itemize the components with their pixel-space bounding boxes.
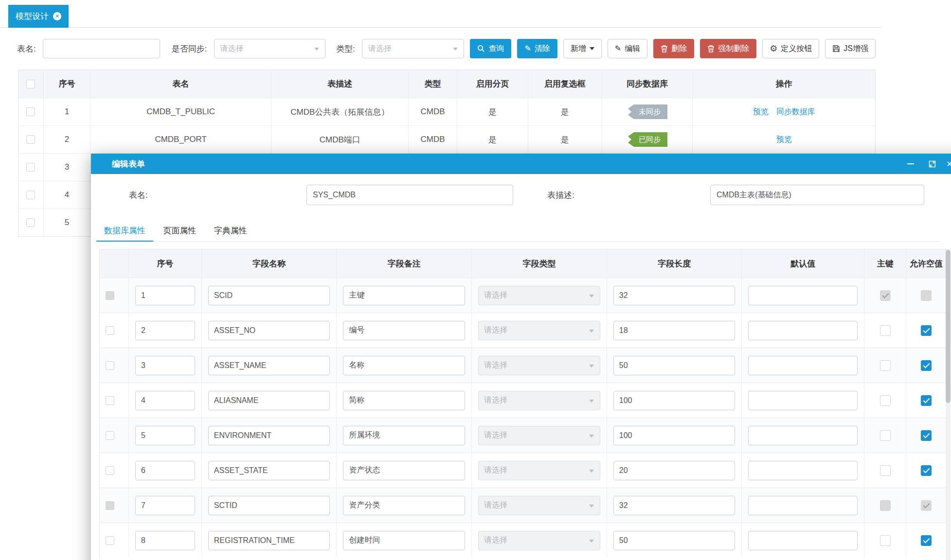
form-table-name-input[interactable] <box>306 185 513 205</box>
field-seq-input[interactable] <box>135 286 195 305</box>
field-length-input[interactable] <box>613 286 736 305</box>
row-checkbox[interactable] <box>26 191 35 199</box>
allow-null-checkbox[interactable] <box>921 535 932 546</box>
field-type-select[interactable]: 请选择 <box>478 496 600 515</box>
allow-null-checkbox[interactable] <box>921 360 932 371</box>
row-checkbox[interactable] <box>106 361 114 370</box>
field-remark-input[interactable] <box>343 531 465 550</box>
field-remark-input[interactable] <box>343 356 465 375</box>
action-link[interactable]: 预览 <box>753 107 769 117</box>
primary-key-checkbox[interactable] <box>880 430 891 441</box>
field-default-input[interactable] <box>748 356 858 375</box>
cell-paging: 是 <box>457 126 528 153</box>
field-length-input[interactable] <box>613 391 736 410</box>
field-type-select[interactable]: 请选择 <box>478 321 600 340</box>
type-select[interactable]: 请选择 <box>362 39 464 58</box>
field-name-input[interactable] <box>208 321 330 340</box>
field-seq-input[interactable] <box>135 356 195 375</box>
edit-button[interactable]: ✎ 编辑 <box>608 39 647 58</box>
search-button[interactable]: 查询 <box>470 39 511 58</box>
field-length-input[interactable] <box>613 461 736 480</box>
allow-null-checkbox[interactable] <box>921 465 932 476</box>
clear-button[interactable]: ✎ 清除 <box>517 39 557 58</box>
field-type-select[interactable]: 请选择 <box>478 461 600 480</box>
field-remark-input[interactable] <box>343 496 465 515</box>
field-seq-input[interactable] <box>135 426 195 445</box>
field-type-select[interactable]: 请选择 <box>478 426 600 445</box>
field-remark-input[interactable] <box>343 321 465 340</box>
field-default-input[interactable] <box>748 461 858 480</box>
force-delete-button[interactable]: 强制删除 <box>700 39 756 58</box>
primary-key-checkbox[interactable] <box>880 535 891 546</box>
field-name-input[interactable] <box>208 356 330 375</box>
allow-null-checkbox[interactable] <box>921 325 932 336</box>
action-link[interactable]: 预览 <box>776 135 792 145</box>
action-link[interactable]: 同步数据库 <box>776 107 815 117</box>
field-remark-input[interactable] <box>343 426 465 445</box>
field-length-input[interactable] <box>613 496 736 515</box>
row-checkbox[interactable] <box>26 107 35 116</box>
tab-close-icon[interactable]: ✕ <box>53 12 61 20</box>
field-seq-input[interactable] <box>135 461 195 480</box>
tab-database-attrs[interactable]: 数据库属性 <box>96 221 153 242</box>
field-default-input[interactable] <box>748 321 858 340</box>
minimize-icon[interactable] <box>904 154 917 174</box>
field-default-input[interactable] <box>748 496 858 515</box>
field-name-input[interactable] <box>208 531 330 550</box>
field-default-input[interactable] <box>748 286 858 305</box>
col-header: 类型 <box>409 70 457 98</box>
field-remark-input[interactable] <box>343 391 465 410</box>
select-all-checkbox[interactable] <box>26 80 35 88</box>
field-length-input[interactable] <box>613 321 736 340</box>
row-checkbox[interactable] <box>26 218 35 227</box>
field-type-select[interactable]: 请选择 <box>478 286 600 305</box>
vertical-scrollbar[interactable] <box>946 249 951 560</box>
field-length-input[interactable] <box>613 426 736 445</box>
row-checkbox[interactable] <box>106 536 114 545</box>
maximize-icon[interactable] <box>926 154 938 174</box>
row-checkbox[interactable] <box>106 431 114 440</box>
tab-page-attrs[interactable]: 页面属性 <box>155 221 204 242</box>
field-type-select[interactable]: 请选择 <box>478 391 600 410</box>
tab-model-design[interactable]: 模型设计 ✕ <box>8 5 69 28</box>
primary-key-checkbox[interactable] <box>880 395 891 406</box>
field-default-input[interactable] <box>748 531 858 550</box>
add-button[interactable]: 新增 <box>563 39 602 58</box>
allow-null-checkbox[interactable] <box>921 395 932 406</box>
row-checkbox[interactable] <box>106 396 114 405</box>
row-checkbox[interactable] <box>26 163 35 172</box>
sync-select[interactable]: 请选择 <box>214 39 326 58</box>
scrollbar-thumb[interactable] <box>946 250 951 403</box>
delete-button[interactable]: 删除 <box>653 39 694 58</box>
field-name-input[interactable] <box>208 426 330 445</box>
field-name-input[interactable] <box>208 496 330 515</box>
close-icon[interactable]: ✕ <box>943 154 951 174</box>
field-name-input[interactable] <box>208 391 330 410</box>
field-seq-input[interactable] <box>135 496 195 515</box>
field-remark-input[interactable] <box>343 461 465 480</box>
js-enhance-button[interactable]: JS增强 <box>825 39 876 58</box>
table-name-input[interactable] <box>43 39 160 58</box>
field-type-select[interactable]: 请选择 <box>478 531 600 550</box>
field-length-input[interactable] <box>613 356 736 375</box>
field-name-input[interactable] <box>208 461 330 480</box>
field-seq-input[interactable] <box>135 391 195 410</box>
row-checkbox[interactable] <box>106 466 114 475</box>
field-remark-input[interactable] <box>343 286 465 305</box>
field-default-input[interactable] <box>748 391 858 410</box>
primary-key-checkbox[interactable] <box>880 360 891 371</box>
row-checkbox[interactable] <box>26 135 35 144</box>
field-type-select[interactable]: 请选择 <box>478 356 600 375</box>
primary-key-checkbox[interactable] <box>880 325 891 336</box>
tab-dict-attrs[interactable]: 字典属性 <box>206 221 255 242</box>
field-length-input[interactable] <box>613 531 736 550</box>
field-default-input[interactable] <box>748 426 858 445</box>
form-table-desc-input[interactable] <box>710 185 924 205</box>
row-checkbox[interactable] <box>106 326 114 335</box>
define-button-button[interactable]: ⚙ 定义按钮 <box>762 39 819 58</box>
allow-null-checkbox[interactable] <box>921 430 932 441</box>
field-name-input[interactable] <box>208 286 330 305</box>
field-seq-input[interactable] <box>135 321 195 340</box>
primary-key-checkbox[interactable] <box>880 465 891 476</box>
field-seq-input[interactable] <box>135 531 195 550</box>
